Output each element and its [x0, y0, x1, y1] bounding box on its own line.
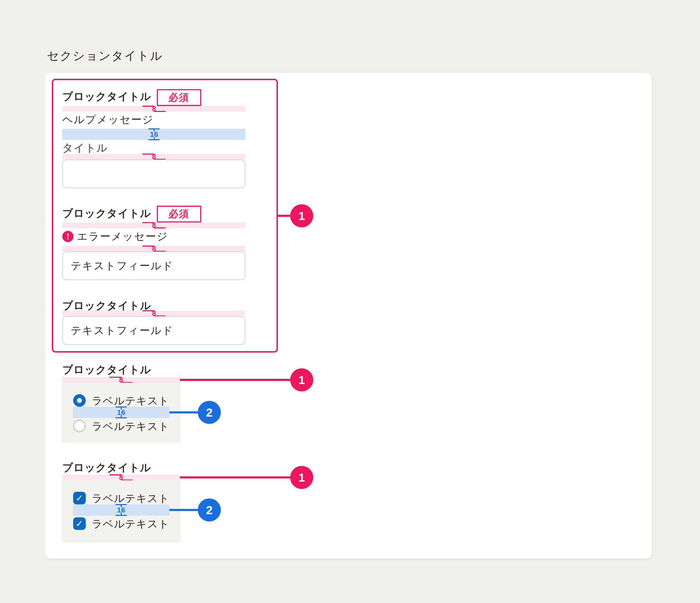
dimension-line [148, 139, 160, 140]
checkbox-input-checked[interactable]: ✓ [73, 517, 86, 530]
help-message: ヘルプメッセージ [62, 113, 154, 126]
spacing-8-marker: 8 [110, 377, 133, 383]
error-message: エラーメッセージ [77, 230, 168, 243]
spacing-8-marker: 8 [142, 222, 166, 228]
radio-label[interactable]: ラベルテキスト [92, 420, 169, 433]
radio-input-unselected[interactable] [73, 420, 86, 432]
callout-line [169, 509, 199, 511]
callout-badge-2: 2 [198, 401, 221, 424]
spacing-8-marker: 8 [142, 246, 166, 251]
callout-line [180, 476, 291, 478]
radio-input-selected[interactable] [73, 394, 86, 407]
block-title: ブロックタイトル [62, 207, 151, 220]
checkbox-label[interactable]: ラベルテキスト [92, 492, 169, 505]
callout-badge-1: 1 [290, 368, 313, 391]
dimension-line [115, 515, 127, 516]
spacing-8-marker: 8 [142, 154, 166, 159]
required-badge: 必須 [157, 89, 201, 106]
spacing-16-marker: 16 [110, 407, 133, 418]
callout-line [278, 215, 291, 217]
section-title: セクションタイトル [47, 48, 163, 63]
spacing-8-marker: 8 [110, 475, 133, 480]
callout-badge-1: 1 [290, 204, 313, 227]
block-title: ブロックタイトル [62, 299, 151, 312]
callout-line [180, 379, 291, 381]
checkbox-label[interactable]: ラベルテキスト [92, 518, 169, 530]
error-icon: ! [62, 231, 74, 242]
block-title: ブロックタイトル [62, 461, 151, 474]
spacing-16-marker: 16 [142, 129, 166, 140]
callout-line [169, 411, 199, 413]
radio-label[interactable]: ラベルテキスト [92, 395, 169, 407]
spacing-8-marker: 8 [142, 106, 166, 112]
spacing-8-marker: 8 [142, 311, 166, 316]
callout-badge-2: 2 [198, 498, 221, 522]
block-title: ブロックタイトル [62, 90, 151, 103]
text-field[interactable] [62, 159, 245, 188]
check-icon: ✓ [76, 518, 83, 529]
text-field[interactable] [62, 251, 245, 280]
spacing-16-marker: 16 [110, 504, 133, 516]
screenshot-canvas: セクションタイトル ブロックタイトル 必須 8 ヘルプメッセージ 16 タイトル… [0, 0, 700, 603]
required-badge: 必須 [157, 206, 201, 222]
dimension-line [115, 417, 127, 418]
input-label: タイトル [62, 142, 108, 154]
text-field[interactable] [62, 316, 245, 345]
check-icon: ✓ [76, 493, 83, 504]
block-title: ブロックタイトル [62, 363, 151, 376]
checkbox-input-checked[interactable]: ✓ [73, 492, 86, 504]
callout-badge-1: 1 [290, 466, 313, 489]
